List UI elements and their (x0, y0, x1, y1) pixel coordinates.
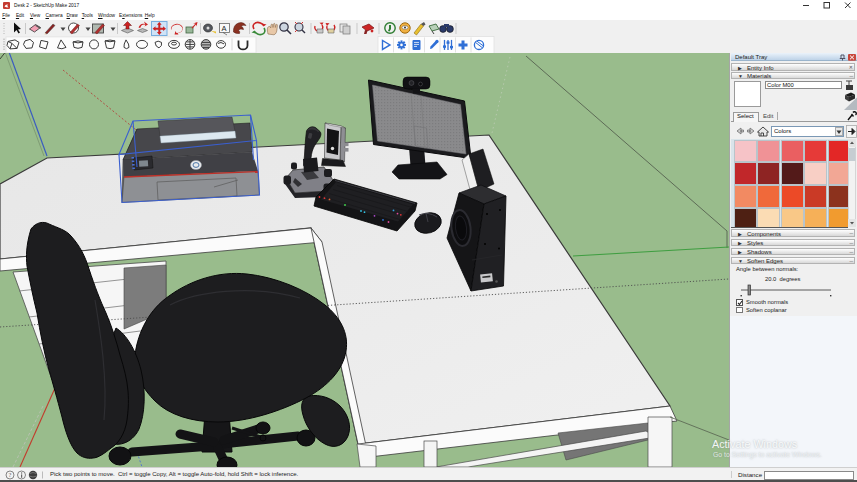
svg-text:?: ? (8, 471, 11, 478)
svg-text:A: A (222, 24, 227, 33)
